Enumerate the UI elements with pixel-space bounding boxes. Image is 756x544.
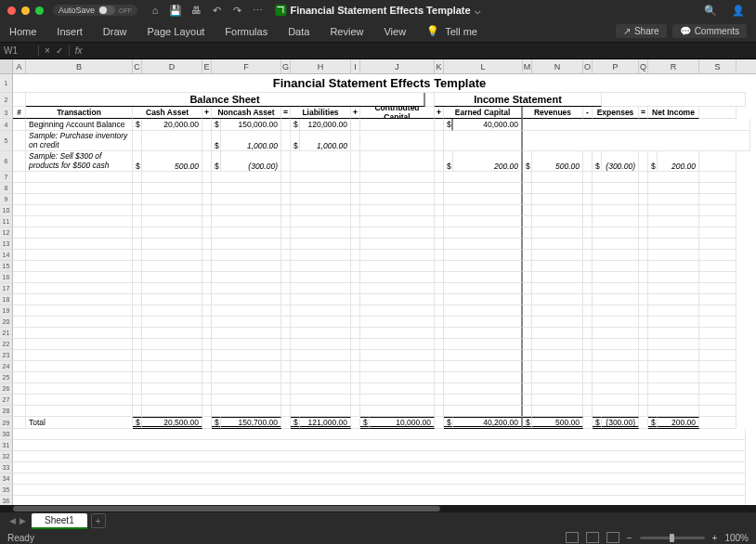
col-N[interactable]: N [532, 59, 583, 73]
row-header[interactable]: 21 [0, 328, 13, 339]
col-B[interactable]: B [26, 59, 133, 73]
row-header[interactable]: 26 [0, 383, 13, 395]
hdr-noncash[interactable]: Noncash Asset [212, 107, 281, 119]
col-P[interactable]: P [593, 59, 639, 73]
row-header[interactable]: 12 [0, 227, 13, 239]
col-C[interactable]: C [133, 59, 142, 73]
col-E[interactable]: E [202, 59, 212, 73]
row-header[interactable]: 5 [0, 131, 13, 151]
hdr-transaction[interactable]: Transaction [26, 107, 133, 119]
tab-review[interactable]: Review [330, 26, 363, 37]
row-header[interactable]: 31 [0, 440, 13, 451]
search-icon[interactable]: 🔍 [704, 4, 717, 17]
tab-insert[interactable]: Insert [57, 26, 83, 37]
hdr-plus1[interactable]: + [202, 107, 212, 119]
document-title[interactable]: Financial Statement Effects Template ⌵ [275, 5, 480, 17]
hdr-liab[interactable]: Liabilities [291, 107, 351, 119]
undo-icon[interactable]: ↶ [210, 4, 223, 17]
col-I[interactable]: I [351, 59, 360, 73]
col-Q[interactable]: Q [639, 59, 648, 73]
select-all-corner[interactable] [0, 59, 13, 73]
col-K[interactable]: K [435, 59, 444, 73]
row-header[interactable]: 10 [0, 205, 13, 216]
row-header[interactable]: 9 [0, 194, 13, 205]
tab-view[interactable]: View [384, 26, 406, 37]
txn-cell[interactable]: Sample: Purchase inventory on credit [26, 131, 133, 151]
tell-me[interactable]: Tell me [445, 26, 477, 37]
row-header[interactable]: 13 [0, 239, 13, 250]
col-J[interactable]: J [360, 59, 435, 73]
col-O[interactable]: O [583, 59, 593, 73]
row-header[interactable]: 28 [0, 406, 13, 417]
income-statement-label[interactable]: Income Statement [435, 93, 602, 107]
row-header[interactable]: 11 [0, 216, 13, 227]
hdr-plus2[interactable]: + [351, 107, 360, 119]
hdr-cash[interactable]: Cash Asset [133, 107, 202, 119]
col-H[interactable]: H [291, 59, 351, 73]
hdr-eq2[interactable]: = [639, 107, 648, 119]
tab-draw[interactable]: Draw [103, 26, 127, 37]
row-header[interactable]: 27 [0, 395, 13, 406]
txn-cell[interactable]: Sample: Sell $300 of products for $500 c… [26, 151, 133, 172]
tab-prev-icon[interactable]: ◀ [9, 516, 16, 525]
normal-view-icon[interactable] [566, 532, 579, 543]
home-icon[interactable]: ⌂ [149, 4, 162, 17]
row-header[interactable]: 17 [0, 283, 13, 294]
row-header[interactable]: 30 [0, 429, 13, 440]
confirm-icon[interactable]: ✓ [56, 45, 63, 56]
col-G[interactable]: G [281, 59, 291, 73]
close-icon[interactable] [7, 6, 16, 15]
col-M[interactable]: M [523, 59, 532, 73]
row-header[interactable]: 18 [0, 294, 13, 305]
row-header[interactable]: 35 [0, 485, 13, 496]
row-header[interactable]: 33 [0, 462, 13, 473]
maximize-icon[interactable] [35, 6, 44, 15]
tab-formulas[interactable]: Formulas [225, 26, 267, 37]
col-S[interactable]: S [699, 59, 736, 73]
save-icon[interactable]: 💾 [169, 4, 182, 17]
zoom-out-button[interactable]: − [627, 533, 632, 543]
tab-pagelayout[interactable]: Page Layout [148, 26, 205, 37]
tab-next-icon[interactable]: ▶ [20, 516, 26, 525]
more-icon[interactable]: ⋯ [251, 4, 264, 17]
col-F[interactable]: F [212, 59, 281, 73]
row-header[interactable]: 6 [0, 151, 13, 172]
row-header[interactable]: 29 [0, 417, 13, 429]
row-header[interactable]: 7 [0, 172, 13, 183]
hdr-num[interactable]: # [13, 107, 26, 119]
hdr-ec[interactable]: Earned Capital [444, 107, 523, 119]
col-A[interactable]: A [13, 59, 26, 73]
balance-sheet-label[interactable]: Balance Sheet [26, 93, 425, 107]
row-header[interactable]: 14 [0, 250, 13, 261]
row-header[interactable]: 32 [0, 451, 13, 462]
page-layout-view-icon[interactable] [586, 532, 599, 543]
col-R[interactable]: R [648, 59, 699, 73]
zoom-in-button[interactable]: + [712, 533, 718, 543]
row-header[interactable]: 25 [0, 372, 13, 383]
hdr-eq[interactable]: = [281, 107, 291, 119]
cancel-icon[interactable]: × [45, 45, 50, 56]
row-header[interactable]: 16 [0, 272, 13, 283]
main-title[interactable]: Financial Statement Effects Template [13, 74, 746, 93]
txn-cell[interactable]: Beginning Account Balance [26, 119, 133, 131]
row-header[interactable]: 4 [0, 119, 13, 131]
print-icon[interactable]: 🖶 [189, 4, 202, 17]
name-box[interactable]: W1 [0, 45, 39, 56]
row-header[interactable]: 34 [0, 473, 13, 485]
sheet-tab-1[interactable]: Sheet1 [32, 513, 87, 529]
row-header[interactable]: 24 [0, 361, 13, 372]
total-label[interactable]: Total [26, 417, 133, 429]
row-header[interactable]: 3 [0, 107, 13, 119]
comments-button[interactable]: 💬Comments [672, 24, 747, 38]
hdr-plus3[interactable]: + [435, 107, 444, 119]
share-button[interactable]: ↗Share [616, 24, 667, 38]
hdr-ni[interactable]: Net Income [648, 107, 699, 119]
hdr-cc[interactable]: Contributed Capital [360, 107, 435, 119]
autosave-toggle[interactable]: AutoSave OFF [53, 5, 137, 16]
hdr-minus[interactable]: - [583, 107, 593, 119]
row-header[interactable]: 19 [0, 305, 13, 317]
row-header[interactable]: 20 [0, 317, 13, 328]
add-sheet-button[interactable]: + [91, 513, 106, 528]
row-header[interactable]: 22 [0, 339, 13, 350]
tab-data[interactable]: Data [288, 26, 309, 37]
